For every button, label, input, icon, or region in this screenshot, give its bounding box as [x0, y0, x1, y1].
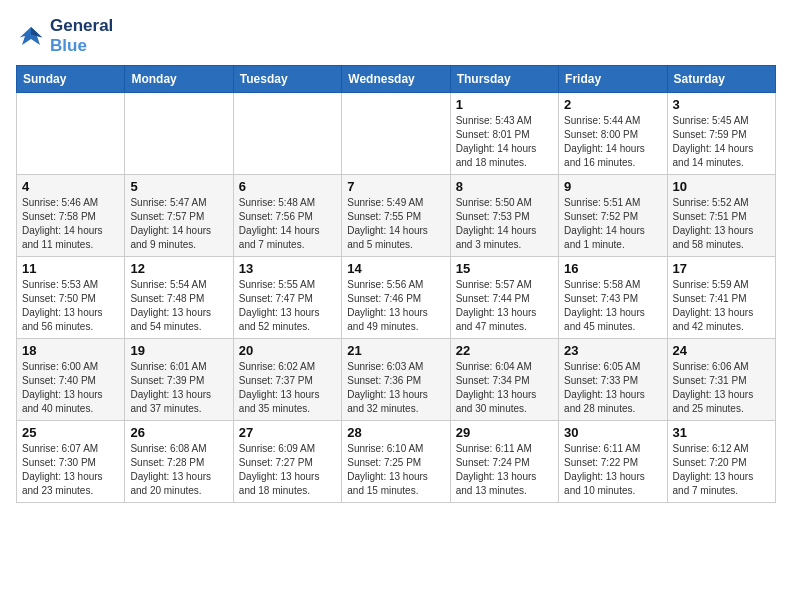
day-content: Sunrise: 6:00 AM Sunset: 7:40 PM Dayligh…	[22, 360, 119, 416]
day-content: Sunrise: 6:09 AM Sunset: 7:27 PM Dayligh…	[239, 442, 336, 498]
calendar-cell: 10Sunrise: 5:52 AM Sunset: 7:51 PM Dayli…	[667, 174, 775, 256]
day-number: 19	[130, 343, 227, 358]
day-content: Sunrise: 5:47 AM Sunset: 7:57 PM Dayligh…	[130, 196, 227, 252]
calendar-cell: 2Sunrise: 5:44 AM Sunset: 8:00 PM Daylig…	[559, 92, 667, 174]
day-number: 13	[239, 261, 336, 276]
calendar-cell: 18Sunrise: 6:00 AM Sunset: 7:40 PM Dayli…	[17, 338, 125, 420]
calendar-cell: 15Sunrise: 5:57 AM Sunset: 7:44 PM Dayli…	[450, 256, 558, 338]
day-content: Sunrise: 5:46 AM Sunset: 7:58 PM Dayligh…	[22, 196, 119, 252]
calendar-cell: 1Sunrise: 5:43 AM Sunset: 8:01 PM Daylig…	[450, 92, 558, 174]
day-content: Sunrise: 5:53 AM Sunset: 7:50 PM Dayligh…	[22, 278, 119, 334]
calendar-week-row: 18Sunrise: 6:00 AM Sunset: 7:40 PM Dayli…	[17, 338, 776, 420]
calendar-cell: 17Sunrise: 5:59 AM Sunset: 7:41 PM Dayli…	[667, 256, 775, 338]
calendar-header-saturday: Saturday	[667, 65, 775, 92]
day-content: Sunrise: 5:48 AM Sunset: 7:56 PM Dayligh…	[239, 196, 336, 252]
calendar-header-thursday: Thursday	[450, 65, 558, 92]
day-number: 14	[347, 261, 444, 276]
calendar-header-wednesday: Wednesday	[342, 65, 450, 92]
calendar-cell: 3Sunrise: 5:45 AM Sunset: 7:59 PM Daylig…	[667, 92, 775, 174]
calendar-cell	[125, 92, 233, 174]
calendar-cell: 8Sunrise: 5:50 AM Sunset: 7:53 PM Daylig…	[450, 174, 558, 256]
day-number: 11	[22, 261, 119, 276]
calendar-header-friday: Friday	[559, 65, 667, 92]
day-content: Sunrise: 6:10 AM Sunset: 7:25 PM Dayligh…	[347, 442, 444, 498]
day-number: 26	[130, 425, 227, 440]
day-content: Sunrise: 5:45 AM Sunset: 7:59 PM Dayligh…	[673, 114, 770, 170]
calendar-cell: 29Sunrise: 6:11 AM Sunset: 7:24 PM Dayli…	[450, 420, 558, 502]
calendar-week-row: 4Sunrise: 5:46 AM Sunset: 7:58 PM Daylig…	[17, 174, 776, 256]
day-content: Sunrise: 5:49 AM Sunset: 7:55 PM Dayligh…	[347, 196, 444, 252]
day-number: 27	[239, 425, 336, 440]
day-content: Sunrise: 6:11 AM Sunset: 7:22 PM Dayligh…	[564, 442, 661, 498]
day-number: 25	[22, 425, 119, 440]
calendar-cell: 11Sunrise: 5:53 AM Sunset: 7:50 PM Dayli…	[17, 256, 125, 338]
calendar-header-row: SundayMondayTuesdayWednesdayThursdayFrid…	[17, 65, 776, 92]
calendar-cell: 30Sunrise: 6:11 AM Sunset: 7:22 PM Dayli…	[559, 420, 667, 502]
calendar-cell	[342, 92, 450, 174]
day-content: Sunrise: 5:51 AM Sunset: 7:52 PM Dayligh…	[564, 196, 661, 252]
day-number: 2	[564, 97, 661, 112]
calendar-cell: 31Sunrise: 6:12 AM Sunset: 7:20 PM Dayli…	[667, 420, 775, 502]
day-content: Sunrise: 6:05 AM Sunset: 7:33 PM Dayligh…	[564, 360, 661, 416]
calendar-cell: 14Sunrise: 5:56 AM Sunset: 7:46 PM Dayli…	[342, 256, 450, 338]
day-content: Sunrise: 5:55 AM Sunset: 7:47 PM Dayligh…	[239, 278, 336, 334]
day-number: 6	[239, 179, 336, 194]
day-number: 7	[347, 179, 444, 194]
day-content: Sunrise: 5:50 AM Sunset: 7:53 PM Dayligh…	[456, 196, 553, 252]
calendar-week-row: 11Sunrise: 5:53 AM Sunset: 7:50 PM Dayli…	[17, 256, 776, 338]
day-content: Sunrise: 5:54 AM Sunset: 7:48 PM Dayligh…	[130, 278, 227, 334]
calendar-header-sunday: Sunday	[17, 65, 125, 92]
calendar-cell: 16Sunrise: 5:58 AM Sunset: 7:43 PM Dayli…	[559, 256, 667, 338]
calendar-cell: 24Sunrise: 6:06 AM Sunset: 7:31 PM Dayli…	[667, 338, 775, 420]
day-content: Sunrise: 5:43 AM Sunset: 8:01 PM Dayligh…	[456, 114, 553, 170]
day-number: 20	[239, 343, 336, 358]
calendar-cell	[17, 92, 125, 174]
calendar-table: SundayMondayTuesdayWednesdayThursdayFrid…	[16, 65, 776, 503]
calendar-cell: 4Sunrise: 5:46 AM Sunset: 7:58 PM Daylig…	[17, 174, 125, 256]
calendar-cell: 27Sunrise: 6:09 AM Sunset: 7:27 PM Dayli…	[233, 420, 341, 502]
day-number: 10	[673, 179, 770, 194]
day-number: 5	[130, 179, 227, 194]
calendar-cell: 21Sunrise: 6:03 AM Sunset: 7:36 PM Dayli…	[342, 338, 450, 420]
day-number: 22	[456, 343, 553, 358]
day-number: 17	[673, 261, 770, 276]
day-content: Sunrise: 6:07 AM Sunset: 7:30 PM Dayligh…	[22, 442, 119, 498]
day-number: 1	[456, 97, 553, 112]
day-content: Sunrise: 6:06 AM Sunset: 7:31 PM Dayligh…	[673, 360, 770, 416]
calendar-cell: 13Sunrise: 5:55 AM Sunset: 7:47 PM Dayli…	[233, 256, 341, 338]
day-content: Sunrise: 5:58 AM Sunset: 7:43 PM Dayligh…	[564, 278, 661, 334]
day-content: Sunrise: 6:08 AM Sunset: 7:28 PM Dayligh…	[130, 442, 227, 498]
day-number: 31	[673, 425, 770, 440]
day-content: Sunrise: 5:52 AM Sunset: 7:51 PM Dayligh…	[673, 196, 770, 252]
day-number: 9	[564, 179, 661, 194]
day-number: 28	[347, 425, 444, 440]
header: General Blue	[16, 16, 776, 57]
day-number: 4	[22, 179, 119, 194]
calendar-cell: 9Sunrise: 5:51 AM Sunset: 7:52 PM Daylig…	[559, 174, 667, 256]
calendar-cell: 6Sunrise: 5:48 AM Sunset: 7:56 PM Daylig…	[233, 174, 341, 256]
day-content: Sunrise: 6:04 AM Sunset: 7:34 PM Dayligh…	[456, 360, 553, 416]
day-content: Sunrise: 6:01 AM Sunset: 7:39 PM Dayligh…	[130, 360, 227, 416]
day-number: 29	[456, 425, 553, 440]
logo-text: General Blue	[50, 16, 113, 57]
calendar-cell: 12Sunrise: 5:54 AM Sunset: 7:48 PM Dayli…	[125, 256, 233, 338]
day-number: 12	[130, 261, 227, 276]
logo-icon	[16, 21, 46, 51]
calendar-cell: 26Sunrise: 6:08 AM Sunset: 7:28 PM Dayli…	[125, 420, 233, 502]
day-content: Sunrise: 5:56 AM Sunset: 7:46 PM Dayligh…	[347, 278, 444, 334]
day-number: 8	[456, 179, 553, 194]
day-content: Sunrise: 6:11 AM Sunset: 7:24 PM Dayligh…	[456, 442, 553, 498]
calendar-week-row: 25Sunrise: 6:07 AM Sunset: 7:30 PM Dayli…	[17, 420, 776, 502]
day-number: 21	[347, 343, 444, 358]
logo: General Blue	[16, 16, 113, 57]
day-number: 30	[564, 425, 661, 440]
calendar-cell: 25Sunrise: 6:07 AM Sunset: 7:30 PM Dayli…	[17, 420, 125, 502]
day-content: Sunrise: 5:59 AM Sunset: 7:41 PM Dayligh…	[673, 278, 770, 334]
calendar-cell: 7Sunrise: 5:49 AM Sunset: 7:55 PM Daylig…	[342, 174, 450, 256]
calendar-cell: 28Sunrise: 6:10 AM Sunset: 7:25 PM Dayli…	[342, 420, 450, 502]
calendar-cell: 5Sunrise: 5:47 AM Sunset: 7:57 PM Daylig…	[125, 174, 233, 256]
day-content: Sunrise: 5:57 AM Sunset: 7:44 PM Dayligh…	[456, 278, 553, 334]
calendar-cell: 19Sunrise: 6:01 AM Sunset: 7:39 PM Dayli…	[125, 338, 233, 420]
day-number: 3	[673, 97, 770, 112]
day-content: Sunrise: 6:12 AM Sunset: 7:20 PM Dayligh…	[673, 442, 770, 498]
